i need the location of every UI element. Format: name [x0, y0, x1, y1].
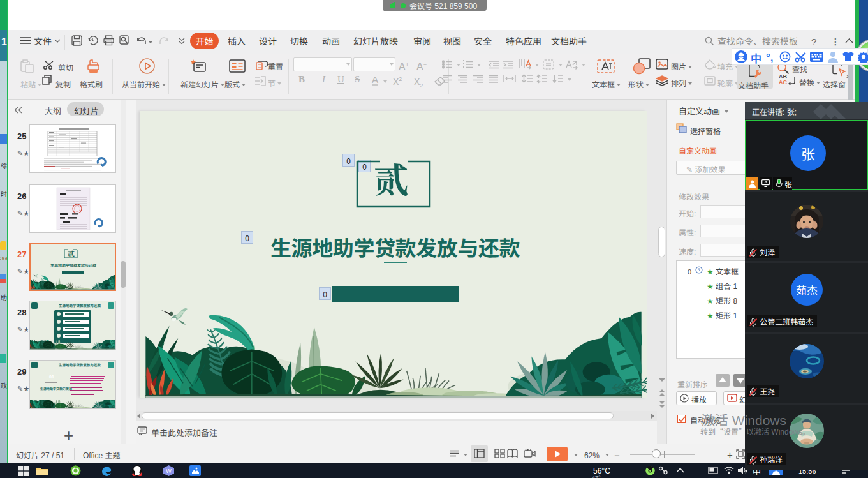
svg-text:W: W — [166, 468, 172, 474]
